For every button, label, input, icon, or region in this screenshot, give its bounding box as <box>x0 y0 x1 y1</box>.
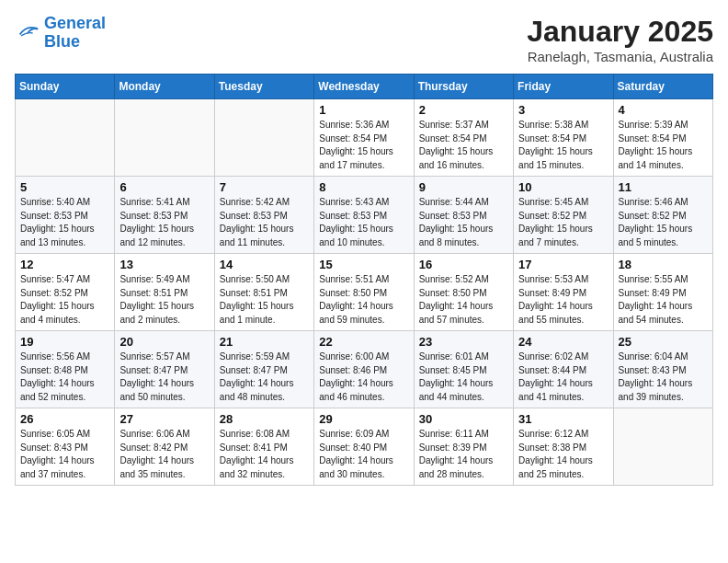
day-info: Sunrise: 6:08 AM Sunset: 8:41 PM Dayligh… <box>220 428 309 481</box>
day-number: 28 <box>220 412 309 426</box>
day-info: Sunrise: 5:51 AM Sunset: 8:50 PM Dayligh… <box>319 273 408 327</box>
calendar-cell: 5Sunrise: 5:40 AM Sunset: 8:53 PM Daylig… <box>16 177 115 254</box>
weekday-header: Thursday <box>414 75 513 99</box>
day-number: 5 <box>20 180 109 194</box>
day-number: 1 <box>319 103 408 117</box>
day-info: Sunrise: 5:44 AM Sunset: 8:53 PM Dayligh… <box>419 196 508 249</box>
weekday-header: Friday <box>514 75 613 99</box>
calendar-cell: 11Sunrise: 5:46 AM Sunset: 8:52 PM Dayli… <box>613 177 712 254</box>
calendar-cell: 26Sunrise: 6:05 AM Sunset: 8:43 PM Dayli… <box>16 408 115 486</box>
day-info: Sunrise: 5:43 AM Sunset: 8:53 PM Dayligh… <box>319 196 408 249</box>
location-title: Ranelagh, Tasmania, Australia <box>527 49 713 64</box>
day-number: 4 <box>619 103 708 117</box>
day-info: Sunrise: 5:41 AM Sunset: 8:53 PM Dayligh… <box>119 196 209 249</box>
logo-icon <box>15 20 40 46</box>
day-info: Sunrise: 5:36 AM Sunset: 8:54 PM Dayligh… <box>319 119 408 172</box>
day-number: 27 <box>119 412 209 426</box>
day-number: 13 <box>119 258 209 271</box>
calendar-cell <box>214 99 313 177</box>
calendar-cell: 8Sunrise: 5:43 AM Sunset: 8:53 PM Daylig… <box>314 177 414 254</box>
logo-text: General Blue <box>44 15 106 52</box>
calendar-cell: 20Sunrise: 5:57 AM Sunset: 8:47 PM Dayli… <box>115 331 214 408</box>
day-number: 29 <box>319 412 408 426</box>
calendar-cell: 6Sunrise: 5:41 AM Sunset: 8:53 PM Daylig… <box>115 177 214 254</box>
day-info: Sunrise: 6:09 AM Sunset: 8:40 PM Dayligh… <box>319 428 408 481</box>
day-number: 7 <box>220 180 309 194</box>
day-number: 22 <box>319 335 408 349</box>
day-number: 10 <box>518 180 608 194</box>
day-info: Sunrise: 5:40 AM Sunset: 8:53 PM Dayligh… <box>20 196 109 249</box>
day-number: 16 <box>419 258 508 271</box>
weekday-header: Wednesday <box>314 75 414 99</box>
calendar-cell: 23Sunrise: 6:01 AM Sunset: 8:45 PM Dayli… <box>414 331 513 408</box>
calendar-cell: 30Sunrise: 6:11 AM Sunset: 8:39 PM Dayli… <box>414 408 513 486</box>
day-number: 8 <box>319 180 408 194</box>
day-info: Sunrise: 6:00 AM Sunset: 8:46 PM Dayligh… <box>319 350 408 404</box>
calendar-cell: 7Sunrise: 5:42 AM Sunset: 8:53 PM Daylig… <box>214 177 313 254</box>
logo-line2: Blue <box>44 32 80 51</box>
day-info: Sunrise: 5:57 AM Sunset: 8:47 PM Dayligh… <box>119 350 209 404</box>
logo-line1: General <box>44 14 106 32</box>
calendar-cell: 19Sunrise: 5:56 AM Sunset: 8:48 PM Dayli… <box>16 331 115 408</box>
day-info: Sunrise: 6:06 AM Sunset: 8:42 PM Dayligh… <box>119 428 209 481</box>
day-number: 23 <box>419 335 508 349</box>
day-number: 11 <box>619 180 708 194</box>
calendar-week-row: 19Sunrise: 5:56 AM Sunset: 8:48 PM Dayli… <box>16 331 713 408</box>
day-info: Sunrise: 5:53 AM Sunset: 8:49 PM Dayligh… <box>518 273 608 327</box>
calendar-cell: 27Sunrise: 6:06 AM Sunset: 8:42 PM Dayli… <box>115 408 214 486</box>
calendar-cell: 10Sunrise: 5:45 AM Sunset: 8:52 PM Dayli… <box>514 177 613 254</box>
calendar-week-row: 26Sunrise: 6:05 AM Sunset: 8:43 PM Dayli… <box>16 408 713 486</box>
calendar-cell: 29Sunrise: 6:09 AM Sunset: 8:40 PM Dayli… <box>314 408 414 486</box>
day-number: 26 <box>20 412 109 426</box>
title-block: January 2025 Ranelagh, Tasmania, Austral… <box>527 15 713 64</box>
calendar-cell: 22Sunrise: 6:00 AM Sunset: 8:46 PM Dayli… <box>314 331 414 408</box>
calendar-cell: 18Sunrise: 5:55 AM Sunset: 8:49 PM Dayli… <box>613 254 712 331</box>
day-number: 18 <box>619 258 708 271</box>
calendar-cell: 4Sunrise: 5:39 AM Sunset: 8:54 PM Daylig… <box>613 99 712 177</box>
day-number: 25 <box>619 335 708 349</box>
day-number: 31 <box>518 412 608 426</box>
day-info: Sunrise: 5:52 AM Sunset: 8:50 PM Dayligh… <box>419 273 508 327</box>
calendar-cell: 16Sunrise: 5:52 AM Sunset: 8:50 PM Dayli… <box>414 254 513 331</box>
day-number: 30 <box>419 412 508 426</box>
day-number: 3 <box>518 103 608 117</box>
day-number: 2 <box>419 103 508 117</box>
day-number: 15 <box>319 258 408 271</box>
day-info: Sunrise: 6:04 AM Sunset: 8:43 PM Dayligh… <box>619 350 708 404</box>
day-info: Sunrise: 5:49 AM Sunset: 8:51 PM Dayligh… <box>119 273 209 327</box>
calendar-cell: 21Sunrise: 5:59 AM Sunset: 8:47 PM Dayli… <box>214 331 313 408</box>
calendar-cell <box>16 99 115 177</box>
calendar-week-row: 1Sunrise: 5:36 AM Sunset: 8:54 PM Daylig… <box>16 99 713 177</box>
calendar-cell: 13Sunrise: 5:49 AM Sunset: 8:51 PM Dayli… <box>115 254 214 331</box>
day-info: Sunrise: 5:46 AM Sunset: 8:52 PM Dayligh… <box>619 196 708 249</box>
day-info: Sunrise: 5:55 AM Sunset: 8:49 PM Dayligh… <box>619 273 708 327</box>
weekday-header: Tuesday <box>214 75 313 99</box>
calendar-cell: 12Sunrise: 5:47 AM Sunset: 8:52 PM Dayli… <box>16 254 115 331</box>
calendar-cell: 1Sunrise: 5:36 AM Sunset: 8:54 PM Daylig… <box>314 99 414 177</box>
calendar-cell: 17Sunrise: 5:53 AM Sunset: 8:49 PM Dayli… <box>514 254 613 331</box>
day-info: Sunrise: 5:39 AM Sunset: 8:54 PM Dayligh… <box>619 119 708 172</box>
day-info: Sunrise: 5:37 AM Sunset: 8:54 PM Dayligh… <box>419 119 508 172</box>
page-header: General Blue January 2025 Ranelagh, Tasm… <box>15 15 713 64</box>
calendar-cell: 9Sunrise: 5:44 AM Sunset: 8:53 PM Daylig… <box>414 177 513 254</box>
calendar-cell: 2Sunrise: 5:37 AM Sunset: 8:54 PM Daylig… <box>414 99 513 177</box>
calendar-cell: 3Sunrise: 5:38 AM Sunset: 8:54 PM Daylig… <box>514 99 613 177</box>
weekday-header: Monday <box>115 75 214 99</box>
day-number: 17 <box>518 258 608 271</box>
calendar-cell: 25Sunrise: 6:04 AM Sunset: 8:43 PM Dayli… <box>613 331 712 408</box>
calendar-cell: 15Sunrise: 5:51 AM Sunset: 8:50 PM Dayli… <box>314 254 414 331</box>
calendar-week-row: 5Sunrise: 5:40 AM Sunset: 8:53 PM Daylig… <box>16 177 713 254</box>
day-number: 14 <box>220 258 309 271</box>
calendar-week-row: 12Sunrise: 5:47 AM Sunset: 8:52 PM Dayli… <box>16 254 713 331</box>
day-info: Sunrise: 5:42 AM Sunset: 8:53 PM Dayligh… <box>220 196 309 249</box>
calendar-cell: 28Sunrise: 6:08 AM Sunset: 8:41 PM Dayli… <box>214 408 313 486</box>
logo: General Blue <box>15 15 106 52</box>
day-info: Sunrise: 5:56 AM Sunset: 8:48 PM Dayligh… <box>20 350 109 404</box>
calendar-table: SundayMondayTuesdayWednesdayThursdayFrid… <box>15 74 713 486</box>
day-number: 12 <box>20 258 109 271</box>
calendar-cell <box>613 408 712 486</box>
calendar-cell: 14Sunrise: 5:50 AM Sunset: 8:51 PM Dayli… <box>214 254 313 331</box>
month-title: January 2025 <box>527 15 713 49</box>
calendar-header-row: SundayMondayTuesdayWednesdayThursdayFrid… <box>16 75 713 99</box>
day-info: Sunrise: 6:05 AM Sunset: 8:43 PM Dayligh… <box>20 428 109 481</box>
